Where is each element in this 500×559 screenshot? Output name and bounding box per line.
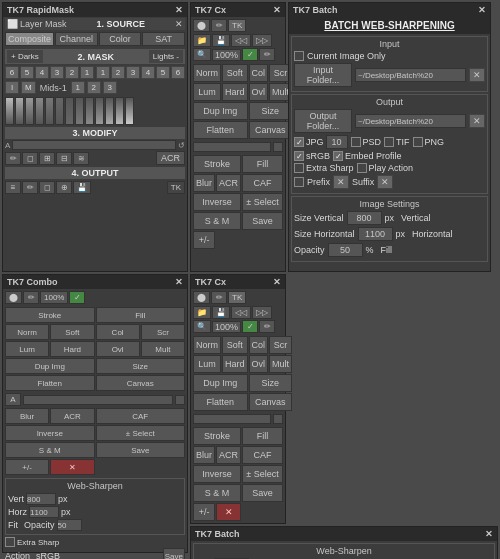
mask-num-2-left[interactable]: 2 [65,66,79,79]
mask-num-3-left[interactable]: 3 [50,66,64,79]
combo-green-btn[interactable]: ✓ [69,291,85,304]
v-slider-3[interactable] [25,97,34,125]
cx2-plusminus[interactable]: +/- [193,503,215,521]
cx2-blur[interactable]: Blur [193,446,215,464]
brush-icon-btn[interactable]: ✏ [5,152,21,165]
cx-blur-btn[interactable]: Blur [193,174,215,192]
combo-stroke-btn[interactable]: Stroke [5,307,95,323]
cx2-fill[interactable]: Fill [242,427,283,445]
feather-icon-btn[interactable]: ≋ [73,152,89,165]
cx-select-btn[interactable]: ± Select [242,193,283,211]
extra-sharp-checkbox[interactable] [294,163,304,173]
modify-slider[interactable] [12,140,176,150]
output-clear-btn[interactable]: ✕ [469,114,485,128]
v-slider-9[interactable] [85,97,94,125]
cx2-tk-btn[interactable]: TK [228,291,246,304]
v-slider-1[interactable] [5,97,14,125]
cx-size-btn[interactable]: Size [249,102,293,120]
cx-sm-btn[interactable]: S & M [193,212,241,230]
cx-soft-btn[interactable]: Soft [222,64,248,82]
rapidmask-close-btn[interactable]: ✕ [175,5,183,15]
batch2-close-btn[interactable]: ✕ [485,529,493,539]
combo-select-btn[interactable]: ± Select [96,425,186,441]
tif-checkbox[interactable] [384,137,394,147]
combo-save2-btn[interactable]: Save [96,442,186,458]
mids-1[interactable]: 1 [71,81,85,94]
v-slider-12[interactable] [115,97,124,125]
cx2-select[interactable]: ± Select [242,465,283,483]
mask-num-1-left[interactable]: 1 [80,66,94,79]
png-checkbox[interactable] [413,137,423,147]
input-folder-btn[interactable]: Input Folder... [294,63,352,87]
current-image-checkbox[interactable] [294,51,304,61]
combo-hard-btn[interactable]: Hard [50,341,94,357]
cx-dupimg-btn[interactable]: Dup Img [193,102,248,120]
embed-profile-checkbox[interactable] [333,151,343,161]
output-icon-5[interactable]: 💾 [73,181,91,194]
combo-flatten-btn[interactable]: Flatten [5,375,95,391]
cx-forward-btn[interactable]: ▷▷ [252,34,272,47]
cx2-mult[interactable]: Mult [269,355,292,373]
output-folder-btn[interactable]: Output Folder... [294,109,352,133]
rm-x-btn[interactable]: ✕ [175,19,183,29]
cx-inverse-btn[interactable]: Inverse [193,193,241,211]
cx-green-btn[interactable]: ✓ [242,48,258,61]
combo-horz-input[interactable] [29,506,59,518]
cx2-zoom-btn[interactable]: 🔍 [193,320,211,333]
combo-ovl-btn[interactable]: Ovl [96,341,140,357]
mask-num-4-right[interactable]: 4 [141,66,155,79]
mode-m-btn[interactable]: M [21,81,36,94]
mids-2[interactable]: 2 [87,81,101,94]
v-slider-2[interactable] [15,97,24,125]
cx-back-btn[interactable]: ◁◁ [231,34,251,47]
cx-flatten-btn[interactable]: Flatten [193,121,248,139]
cx-close-btn[interactable]: ✕ [273,5,281,15]
combo-blur-btn[interactable]: Blur [5,408,49,424]
combo-vert-input[interactable] [26,493,56,505]
combo-col-btn[interactable]: Col [96,324,140,340]
combo-v-slider[interactable] [175,395,185,405]
cx-col-btn[interactable]: Col [249,64,269,82]
combo-pct-btn[interactable]: 100% [40,291,68,304]
combo-lum-btn[interactable]: Lum [5,341,49,357]
cx2-h-slider[interactable] [193,414,271,424]
cx2-caf[interactable]: CAF [242,446,283,464]
cx-save-icon[interactable]: 💾 [212,34,230,47]
combo-canvas-btn[interactable]: Canvas [96,375,186,391]
cx2-col[interactable]: Col [249,336,269,354]
cx-zoom-btn[interactable]: 🔍 [193,48,211,61]
jpg-checkbox[interactable] [294,137,304,147]
cx-v-slider[interactable] [273,142,283,152]
combo-acr-btn[interactable]: ACR [50,408,94,424]
tab-composite[interactable]: Composite [5,32,54,46]
v-slider-13[interactable] [125,97,134,125]
output-icon-1[interactable]: ≡ [5,181,21,194]
cx2-hard[interactable]: Hard [222,355,248,373]
cx-save-btn[interactable]: Save [242,212,283,230]
cx-caf-btn[interactable]: CAF [242,174,283,192]
jpg-quality-input[interactable] [326,135,348,149]
combo-icon-circle[interactable]: ⬤ [5,291,22,304]
combo-icon-pencil[interactable]: ✏ [23,291,39,304]
combo-mult-btn[interactable]: Mult [141,341,185,357]
cx-folder-btn[interactable]: 📁 [193,34,211,47]
combo-size-btn[interactable]: Size [96,358,186,374]
combo-extsharp-checkbox[interactable] [5,537,15,547]
combo-final-save-btn[interactable]: Save [163,548,185,559]
cx2-scr[interactable]: Scr [269,336,292,354]
combo-norm-btn[interactable]: Norm [5,324,49,340]
cx-norm-btn[interactable]: Norm [193,64,221,82]
size-vertical-input[interactable] [347,211,382,225]
cx2-soft[interactable]: Soft [222,336,248,354]
cx-stroke-btn[interactable]: Stroke [193,155,241,173]
size-horizontal-input[interactable] [358,227,393,241]
v-slider-10[interactable] [95,97,104,125]
v-slider-4[interactable] [35,97,44,125]
mask-num-5-right[interactable]: 5 [156,66,170,79]
cx2-close-btn[interactable]: ✕ [273,277,281,287]
cx2-sm[interactable]: S & M [193,484,241,502]
combo-close-btn[interactable]: ✕ [175,277,183,287]
v-slider-5[interactable] [45,97,54,125]
cx2-fwd-btn[interactable]: ▷▷ [252,306,272,319]
mask-num-5-left[interactable]: 5 [20,66,34,79]
